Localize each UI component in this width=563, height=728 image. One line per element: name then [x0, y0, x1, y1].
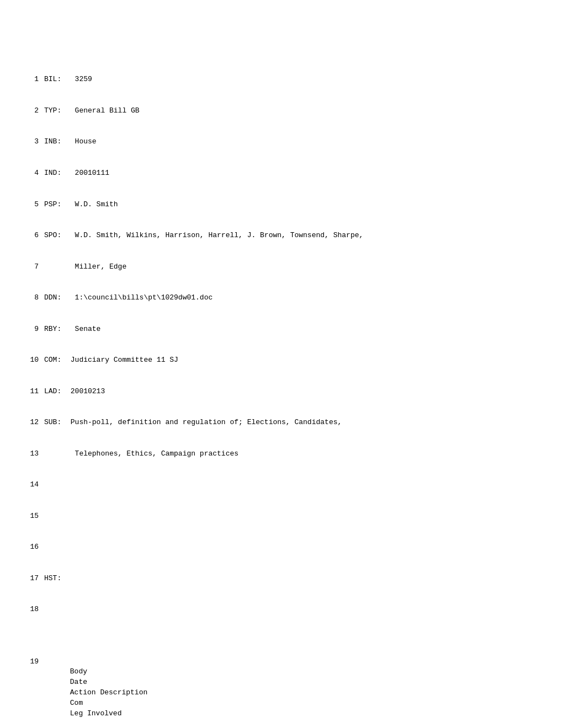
com-col-header: Com — [70, 698, 109, 709]
line-2: 2TYP: General Bill GB — [22, 106, 541, 116]
line-3: 3INB: House — [22, 137, 541, 147]
line-10: 10COM: Judiciary Committee 11 SJ — [22, 355, 541, 366]
line-12: 12SUB: Push-poll, definition and regulat… — [22, 417, 541, 428]
body-col-header: Body — [70, 667, 109, 677]
line-16: 16 — [22, 542, 541, 553]
line-8: 8DDN: 1:\council\bills\pt\1029dw01.doc — [22, 293, 541, 303]
line-17: 17HST: — [22, 574, 541, 584]
action-col-header: Action Description — [70, 688, 285, 698]
line-11: 11LAD: 20010213 — [22, 387, 541, 397]
line-18: 18 — [22, 604, 541, 615]
line-19: 19 Body Date Action Description Com Leg … — [22, 657, 541, 728]
document-content: 1BIL: 3259 2TYP: General Bill GB 3INB: H… — [22, 33, 541, 728]
line-7: 7 Miller, Edge — [22, 262, 541, 272]
date-col-header: Date — [70, 677, 120, 688]
line-4: 4IND: 20010111 — [22, 168, 541, 179]
line-1: 1BIL: 3259 — [22, 74, 541, 85]
line-9: 9RBY: Senate — [22, 324, 541, 335]
line-6: 6SPO: W.D. Smith, Wilkins, Harrison, Har… — [22, 231, 541, 241]
line-15: 15 — [22, 511, 541, 522]
line-5: 5PSP: W.D. Smith — [22, 200, 541, 210]
line-13: 13 Telephones, Ethics, Campaign practice… — [22, 449, 541, 459]
leg-col-header: Leg Involved — [70, 709, 122, 719]
line-14: 14 — [22, 480, 541, 490]
